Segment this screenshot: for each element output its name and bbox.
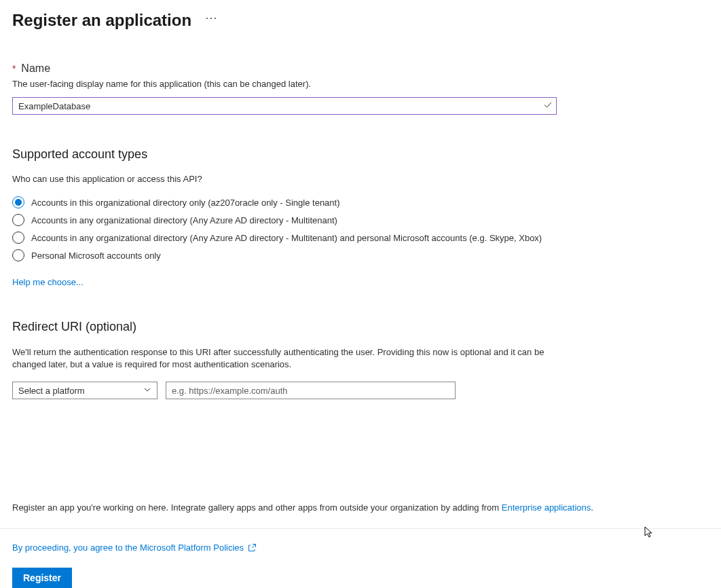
name-label: Name: [21, 62, 50, 74]
radio-label: Accounts in this organizational director…: [31, 198, 340, 208]
radio-label: Personal Microsoft accounts only: [31, 251, 161, 261]
register-button[interactable]: Register: [12, 568, 72, 588]
radio-label: Accounts in any organizational directory…: [31, 233, 542, 243]
account-type-option-multitenant-personal[interactable]: Accounts in any organizational directory…: [12, 229, 709, 246]
external-link-icon: [248, 543, 257, 552]
radio-icon: [12, 196, 24, 208]
name-input[interactable]: [12, 97, 557, 115]
account-type-option-multitenant[interactable]: Accounts in any organizational directory…: [12, 211, 709, 229]
integrate-text: Register an app you're working on here. …: [12, 502, 593, 513]
help-me-choose-link[interactable]: Help me choose...: [12, 277, 84, 287]
more-options-icon[interactable]: ⋯: [205, 12, 218, 24]
platform-select-value: Select a platform: [18, 386, 85, 396]
radio-icon: [12, 249, 24, 261]
account-types-subtext: Who can use this application or access t…: [12, 174, 709, 184]
radio-icon: [12, 232, 24, 244]
radio-icon: [12, 214, 24, 226]
integrate-suffix: .: [591, 502, 593, 513]
enterprise-applications-link[interactable]: Enterprise applications: [502, 502, 591, 513]
name-label-row: * Name: [12, 62, 709, 75]
account-types-radio-group: Accounts in this organizational director…: [12, 194, 709, 264]
footer: By proceeding, you agree to the Microsof…: [0, 528, 721, 588]
radio-label: Accounts in any organizational directory…: [31, 215, 337, 225]
redirect-uri-input[interactable]: [166, 382, 456, 399]
redirect-description: We'll return the authentication response…: [12, 346, 562, 371]
account-type-option-single-tenant[interactable]: Accounts in this organizational director…: [12, 194, 709, 211]
platform-select[interactable]: Select a platform: [12, 382, 158, 399]
name-help-text: The user-facing display name for this ap…: [12, 79, 709, 89]
platform-policies-link[interactable]: By proceeding, you agree to the Microsof…: [12, 543, 244, 553]
account-type-option-personal-only[interactable]: Personal Microsoft accounts only: [12, 246, 709, 264]
account-types-heading: Supported account types: [12, 147, 709, 162]
chevron-down-icon: [143, 386, 151, 396]
required-star-icon: *: [12, 63, 16, 74]
page-title: Register an application: [12, 11, 191, 30]
integrate-prefix: Register an app you're working on here. …: [12, 502, 502, 513]
redirect-heading: Redirect URI (optional): [12, 320, 709, 334]
